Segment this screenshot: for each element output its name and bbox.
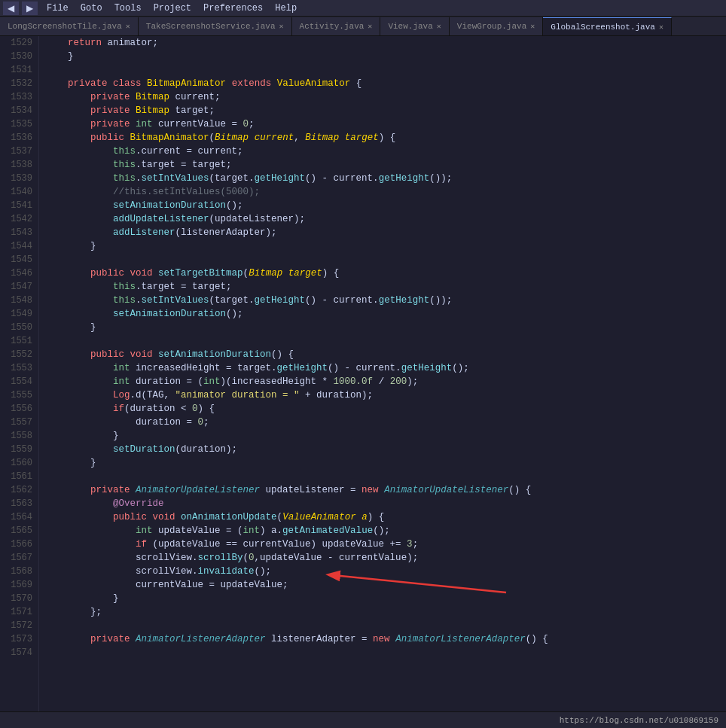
- code-token: .target = target;: [136, 280, 232, 294]
- code-token: Bitmap: [136, 104, 169, 117]
- menu-preferences[interactable]: Preferences: [197, 2, 269, 15]
- menu-file[interactable]: File: [41, 2, 75, 15]
- code-token: this: [113, 145, 136, 158]
- code-token: public: [90, 348, 124, 361]
- line-number: 1566: [3, 538, 32, 551]
- code-token: [45, 172, 113, 185]
- tab-label: TakeScreenshotService.java: [146, 22, 276, 31]
- code-token: ) {: [322, 267, 340, 280]
- menu-project[interactable]: Project: [148, 2, 197, 15]
- code-token: [45, 185, 113, 199]
- code-token: (updateListener);: [209, 212, 306, 226]
- code-token: int: [113, 375, 130, 388]
- line-number: 1554: [3, 375, 32, 388]
- line-number: 1563: [3, 497, 32, 510]
- code-token: (: [277, 510, 283, 524]
- line-number: 1564: [3, 510, 32, 524]
- tab-label: ViewGroup.java: [457, 22, 526, 31]
- code-token: () {: [271, 348, 294, 361]
- tab-close-icon[interactable]: ✕: [279, 22, 284, 31]
- code-token: current: [255, 131, 294, 145]
- code-token: [124, 267, 130, 280]
- code-token: [130, 104, 136, 117]
- code-token: .target = target;: [136, 158, 232, 172]
- code-token: [226, 77, 232, 90]
- code-token: "animator duration = ": [175, 388, 300, 402]
- tab-longscreenshottile[interactable]: LongScreenshotTile.java ✕: [0, 17, 139, 35]
- code-token: [45, 538, 136, 551]
- status-url: https://blog.csdn.net/u010869159: [560, 716, 718, 725]
- line-number: 1572: [3, 619, 32, 632]
- code-token: addUpdateListener: [113, 212, 209, 226]
- code-token: [108, 77, 114, 90]
- code-token: [45, 104, 90, 117]
- code-token: [379, 483, 385, 497]
- code-token: ,updateValue - currentValue);: [255, 551, 419, 565]
- code-token: [45, 402, 113, 416]
- line-number: 1541: [3, 199, 32, 212]
- tab-close-icon[interactable]: ✕: [368, 22, 372, 31]
- code-token: addListener: [113, 226, 175, 239]
- code-line: public BitmapAnimator(Bitmap current, Bi…: [45, 131, 720, 145]
- code-token: void: [153, 510, 175, 524]
- code-token: [249, 131, 255, 145]
- code-token: AnimatorListenerAdapter: [136, 632, 266, 646]
- code-token: target: [288, 267, 322, 280]
- code-token: [356, 510, 362, 524]
- line-number: 1574: [3, 646, 32, 659]
- tab-view[interactable]: View.java ✕: [380, 17, 449, 35]
- code-token: BitmapAnimator: [147, 77, 226, 90]
- line-number: 1538: [3, 158, 32, 172]
- code-token: ());: [429, 294, 452, 307]
- line-number: 1537: [3, 145, 32, 158]
- code-line: scrollView.invalidate();: [45, 565, 720, 578]
- code-token: scrollView.: [45, 565, 198, 578]
- code-token: () - current.: [328, 361, 401, 375]
- code-token: [45, 443, 113, 456]
- tab-close-icon[interactable]: ✕: [437, 22, 441, 31]
- code-token: .d(TAG,: [130, 388, 175, 402]
- code-token: ();: [226, 307, 243, 321]
- code-token: scrollView.: [45, 551, 198, 565]
- tab-takescreenshotservice[interactable]: TakeScreenshotService.java ✕: [139, 17, 292, 35]
- menu-goto[interactable]: Goto: [75, 2, 108, 15]
- tab-label: LongScreenshotTile.java: [8, 22, 122, 31]
- code-line: [45, 619, 720, 632]
- tab-close-icon[interactable]: ✕: [126, 22, 130, 31]
- code-token: [124, 131, 130, 145]
- line-number: 1553: [3, 361, 32, 375]
- code-token: setAnimationDuration: [158, 348, 271, 361]
- code-token: private: [90, 632, 130, 646]
- nav-fwd-button[interactable]: ▶: [22, 2, 38, 15]
- code-line: [45, 334, 720, 348]
- menu-help[interactable]: Help: [269, 2, 303, 15]
- code-token: [45, 36, 68, 50]
- code-line: }: [45, 50, 720, 63]
- code-token: ();: [452, 361, 469, 375]
- tab-activity[interactable]: Activity.java ✕: [292, 17, 381, 35]
- code-token: [45, 375, 113, 388]
- code-line: }: [45, 592, 720, 605]
- code-token: [45, 158, 113, 172]
- code-lines[interactable]: return animator; } private class BitmapA…: [39, 36, 726, 711]
- line-number: 1562: [3, 483, 32, 497]
- line-number: 1534: [3, 104, 32, 117]
- tab-close-icon[interactable]: ✕: [530, 22, 535, 31]
- code-line: this.setIntValues(target.getHeight() - c…: [45, 294, 720, 307]
- nav-back-button[interactable]: ◀: [3, 2, 19, 15]
- tab-viewgroup[interactable]: ViewGroup.java ✕: [450, 17, 543, 35]
- code-token: duration = (: [130, 375, 204, 388]
- code-token: ,: [294, 131, 305, 145]
- menu-tools[interactable]: Tools: [108, 2, 148, 15]
- code-token: 1000.0f: [334, 375, 374, 388]
- code-token: private: [90, 483, 130, 497]
- code-token: (duration);: [175, 443, 238, 456]
- code-line: return animator;: [45, 36, 720, 50]
- code-token: increasedHeight = target.: [130, 361, 277, 375]
- code-token: (: [243, 267, 249, 280]
- code-token: ;: [203, 416, 209, 429]
- tab-close-icon[interactable]: ✕: [659, 23, 663, 32]
- code-token: void: [130, 348, 153, 361]
- tab-globalscreenshot[interactable]: GlobalScreenshot.java ✕: [543, 17, 672, 35]
- code-token: 0: [243, 117, 249, 131]
